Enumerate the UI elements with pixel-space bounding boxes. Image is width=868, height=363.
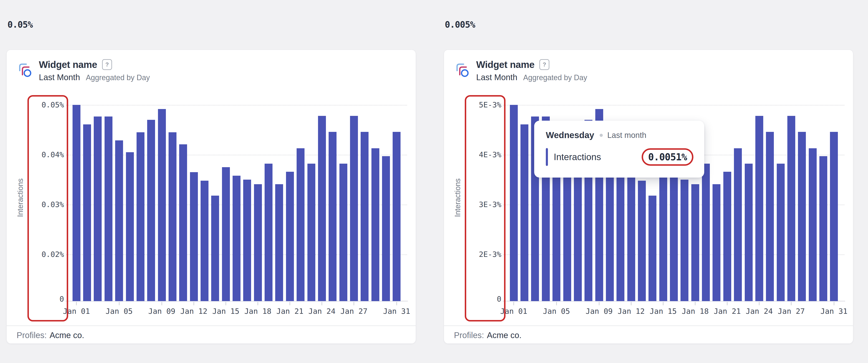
bar-jan-30[interactable] [819, 156, 827, 301]
bar-jan-09[interactable] [158, 109, 166, 301]
help-icon[interactable]: ? [102, 59, 112, 70]
bar-jan-12[interactable] [627, 172, 635, 301]
bar-jan-22[interactable] [734, 148, 742, 301]
x-axis-tick-label: Jan 01 [500, 307, 527, 316]
bar-jan-16[interactable] [232, 176, 241, 301]
bar-jan-17[interactable] [243, 179, 251, 301]
y-axis-tick-label: 3E-3% [479, 201, 501, 208]
bar-jan-24[interactable] [318, 116, 326, 301]
date-range-label: Last Month [39, 73, 80, 82]
bar-jan-26[interactable] [339, 164, 347, 301]
bar-jan-10[interactable] [168, 132, 177, 301]
bar-jan-01[interactable] [72, 105, 81, 301]
bar-jan-01[interactable] [510, 105, 518, 301]
bar-jan-21[interactable] [723, 172, 731, 301]
bar-jan-23[interactable] [307, 164, 315, 301]
bar-jan-30[interactable] [382, 156, 390, 301]
x-axis-tick-mark [119, 302, 120, 305]
profiles-value: Acme co. [50, 331, 84, 340]
bar-jan-02[interactable] [83, 124, 91, 301]
x-axis-tick-mark [321, 302, 322, 305]
bar-jan-23[interactable] [745, 164, 753, 301]
profiles-footer: Profiles:Acme co. [454, 331, 522, 340]
bar-chart-plot[interactable]: Jan 01Jan 05Jan 09Jan 12Jan 15Jan 18Jan … [66, 95, 407, 301]
bar-jan-15[interactable] [659, 167, 667, 301]
x-axis-tick-mark [289, 302, 290, 305]
aggregation-label: Aggregated by Day [523, 73, 587, 82]
bar-jan-20[interactable] [713, 184, 720, 301]
footer-divider [7, 325, 416, 326]
bar-jan-06[interactable] [126, 152, 134, 301]
series-marker-icon [546, 148, 548, 166]
y-axis-tick-label: 0.05% [41, 101, 64, 109]
y-axis-tick-label: 0.02% [41, 251, 64, 258]
bar-jan-11[interactable] [179, 144, 187, 301]
bar-jan-22[interactable] [297, 148, 305, 301]
bar-jan-28[interactable] [798, 132, 806, 301]
y-axis-tick-label: 0.04% [41, 151, 64, 159]
bar-jan-25[interactable] [329, 132, 337, 301]
bar-jan-27[interactable] [350, 116, 358, 301]
bar-jan-02[interactable] [521, 124, 528, 301]
bar-jan-31[interactable] [830, 132, 838, 301]
bar-jan-26[interactable] [777, 164, 785, 301]
x-axis-tick-mark [556, 302, 557, 305]
x-axis-tick-label: Jan 05 [105, 307, 133, 316]
x-axis-tick-mark [599, 302, 599, 305]
y-axis-tick-label: 0 [59, 295, 64, 303]
bar-jan-24[interactable] [755, 116, 763, 301]
x-axis-tick-label: Jan 24 [308, 307, 336, 316]
bar-jan-18[interactable] [254, 184, 262, 301]
bar-jan-28[interactable] [361, 132, 369, 301]
x-axis-tick-mark [225, 302, 226, 305]
aggregation-label: Aggregated by Day [86, 73, 150, 82]
bar-jan-25[interactable] [766, 132, 774, 301]
y-axis-title: Interactions [453, 178, 462, 217]
bar-jan-07[interactable] [136, 132, 145, 301]
bar-jan-08[interactable] [147, 120, 155, 301]
bar-jan-13[interactable] [638, 181, 646, 301]
x-axis-tick-mark [353, 302, 354, 305]
widget-title: Widget name [39, 59, 97, 71]
bar-jan-16[interactable] [670, 176, 678, 301]
profiles-footer: Profiles:Acme co. [17, 331, 84, 340]
max-value-annotation-left: 0.05% [7, 20, 33, 30]
bar-jan-15[interactable] [222, 167, 230, 301]
profiles-value: Acme co. [487, 331, 522, 340]
dot-separator-icon [600, 134, 603, 137]
x-axis-tick-label: Jan 24 [746, 307, 773, 316]
bar-jan-29[interactable] [809, 148, 817, 301]
x-axis-tick-mark [631, 302, 631, 305]
x-axis-tick-mark [727, 302, 727, 305]
y-axis-tick-label: 0.03% [41, 201, 64, 208]
date-range-label: Last Month [476, 73, 517, 82]
x-axis-tick-label: Jan 31 [383, 307, 410, 316]
bar-jan-19[interactable] [702, 164, 710, 301]
bar-jan-14[interactable] [211, 196, 219, 301]
bar-jan-19[interactable] [265, 164, 273, 301]
widget-card-left: Widget name ? Last Month Aggregated by D… [7, 50, 416, 343]
gridline [503, 105, 844, 105]
help-icon[interactable]: ? [539, 59, 549, 70]
bar-jan-05[interactable] [115, 140, 123, 301]
bar-jan-14[interactable] [649, 196, 656, 301]
bar-jan-29[interactable] [371, 148, 379, 301]
x-axis-tick-mark [514, 302, 514, 305]
gridline [66, 105, 407, 105]
bar-jan-20[interactable] [275, 184, 283, 301]
bar-jan-03[interactable] [94, 117, 102, 301]
bar-jan-17[interactable] [681, 179, 688, 301]
y-axis-tick-label: 2E-3% [479, 251, 501, 258]
bar-jan-27[interactable] [787, 116, 795, 301]
x-axis-tick-mark [663, 302, 663, 305]
bar-jan-31[interactable] [393, 132, 401, 301]
bar-jan-21[interactable] [286, 172, 294, 301]
bar-jan-12[interactable] [190, 172, 198, 301]
bar-jan-13[interactable] [200, 181, 209, 301]
bar-jan-04[interactable] [104, 117, 113, 301]
y-axis-tick-labels: 5E-3%4E-3%3E-3%2E-3%0 [466, 95, 501, 301]
widget-title: Widget name [476, 59, 534, 71]
bar-jan-18[interactable] [691, 184, 699, 301]
widget-card-right: Widget name ? Last Month Aggregated by D… [444, 50, 853, 343]
x-axis-tick-mark [791, 302, 792, 305]
